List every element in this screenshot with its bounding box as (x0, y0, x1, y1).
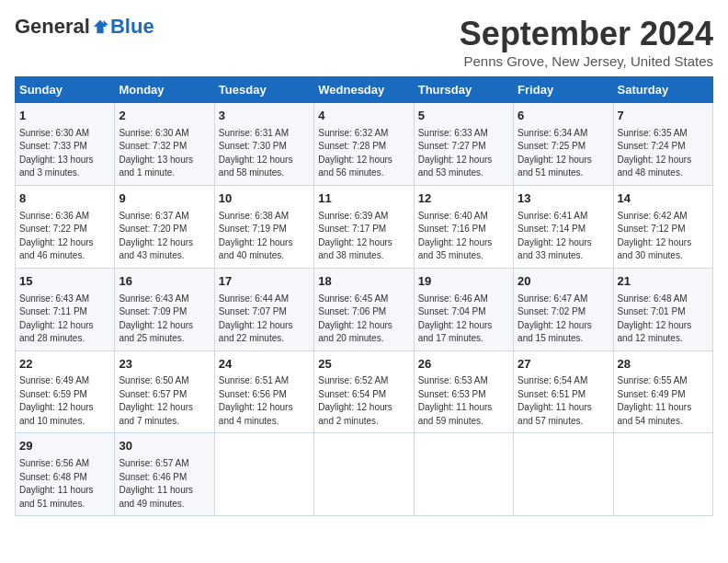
calendar-cell (314, 433, 414, 516)
day-info: Sunrise: 6:44 AMSunset: 7:07 PMDaylight:… (219, 293, 310, 346)
calendar-cell: 8Sunrise: 6:36 AMSunset: 7:22 PMDaylight… (16, 185, 115, 268)
calendar-cell: 14Sunrise: 6:42 AMSunset: 7:12 PMDayligh… (613, 185, 712, 268)
day-number: 6 (518, 108, 609, 125)
day-number: 27 (518, 356, 609, 373)
day-info: Sunrise: 6:42 AMSunset: 7:12 PMDaylight:… (618, 210, 709, 263)
day-info: Sunrise: 6:43 AMSunset: 7:11 PMDaylight:… (19, 293, 110, 346)
day-number: 21 (618, 273, 709, 291)
calendar-table: SundayMondayTuesdayWednesdayThursdayFrid… (15, 76, 713, 516)
calendar-cell: 25Sunrise: 6:52 AMSunset: 6:54 PMDayligh… (314, 350, 414, 433)
calendar-cell: 23Sunrise: 6:50 AMSunset: 6:57 PMDayligh… (115, 350, 214, 433)
calendar-cell: 5Sunrise: 6:33 AMSunset: 7:27 PMDaylight… (414, 103, 513, 186)
weekday-header-monday: Monday (115, 77, 214, 103)
day-info: Sunrise: 6:30 AMSunset: 7:33 PMDaylight:… (19, 127, 110, 180)
day-number: 12 (418, 190, 509, 208)
day-number: 15 (19, 273, 110, 291)
calendar-week-1: 1Sunrise: 6:30 AMSunset: 7:33 PMDaylight… (16, 103, 713, 186)
day-number: 7 (618, 108, 709, 125)
calendar-week-2: 8Sunrise: 6:36 AMSunset: 7:22 PMDaylight… (16, 185, 713, 268)
calendar-cell: 15Sunrise: 6:43 AMSunset: 7:11 PMDayligh… (16, 268, 115, 350)
day-number: 28 (618, 356, 709, 373)
day-number: 26 (418, 356, 509, 373)
day-info: Sunrise: 6:36 AMSunset: 7:22 PMDaylight:… (19, 210, 110, 263)
day-number: 5 (418, 108, 509, 125)
day-info: Sunrise: 6:31 AMSunset: 7:30 PMDaylight:… (219, 127, 310, 180)
day-info: Sunrise: 6:57 AMSunset: 6:46 PMDaylight:… (119, 457, 210, 511)
day-number: 20 (518, 273, 609, 291)
calendar-cell: 7Sunrise: 6:35 AMSunset: 7:24 PMDaylight… (613, 103, 712, 186)
day-info: Sunrise: 6:40 AMSunset: 7:16 PMDaylight:… (418, 210, 509, 263)
day-number: 30 (119, 438, 210, 455)
weekday-header-tuesday: Tuesday (214, 77, 313, 103)
day-info: Sunrise: 6:43 AMSunset: 7:09 PMDaylight:… (119, 293, 210, 346)
day-info: Sunrise: 6:54 AMSunset: 6:51 PMDaylight:… (518, 374, 609, 428)
day-number: 2 (119, 108, 210, 125)
day-info: Sunrise: 6:53 AMSunset: 6:53 PMDaylight:… (418, 374, 509, 428)
calendar-cell (613, 433, 712, 516)
svg-marker-1 (104, 20, 108, 25)
calendar-cell: 1Sunrise: 6:30 AMSunset: 7:33 PMDaylight… (16, 103, 115, 186)
day-info: Sunrise: 6:34 AMSunset: 7:25 PMDaylight:… (518, 127, 609, 180)
weekday-header-sunday: Sunday (16, 77, 115, 103)
day-number: 18 (318, 273, 409, 291)
day-info: Sunrise: 6:45 AMSunset: 7:06 PMDaylight:… (318, 293, 409, 346)
calendar-cell: 18Sunrise: 6:45 AMSunset: 7:06 PMDayligh… (314, 268, 414, 350)
calendar-cell: 19Sunrise: 6:46 AMSunset: 7:04 PMDayligh… (414, 268, 513, 350)
calendar-cell: 11Sunrise: 6:39 AMSunset: 7:17 PMDayligh… (314, 185, 414, 268)
day-number: 23 (119, 356, 210, 373)
calendar-cell: 20Sunrise: 6:47 AMSunset: 7:02 PMDayligh… (514, 268, 613, 350)
day-number: 1 (19, 108, 110, 125)
day-number: 9 (119, 190, 210, 208)
calendar-cell: 29Sunrise: 6:56 AMSunset: 6:48 PMDayligh… (16, 433, 115, 516)
day-info: Sunrise: 6:50 AMSunset: 6:57 PMDaylight:… (119, 374, 210, 428)
calendar-cell: 6Sunrise: 6:34 AMSunset: 7:25 PMDaylight… (514, 103, 613, 186)
day-info: Sunrise: 6:46 AMSunset: 7:04 PMDaylight:… (418, 293, 509, 346)
day-info: Sunrise: 6:32 AMSunset: 7:28 PMDaylight:… (318, 127, 409, 180)
weekday-header-wednesday: Wednesday (314, 77, 414, 103)
calendar-cell: 27Sunrise: 6:54 AMSunset: 6:51 PMDayligh… (514, 350, 613, 433)
logo-icon (92, 18, 108, 35)
month-title: September 2024 (460, 15, 713, 53)
calendar-cell: 16Sunrise: 6:43 AMSunset: 7:09 PMDayligh… (115, 268, 214, 350)
calendar-cell: 17Sunrise: 6:44 AMSunset: 7:07 PMDayligh… (214, 268, 313, 350)
day-number: 22 (19, 356, 110, 373)
logo-blue: Blue (110, 15, 154, 39)
calendar-cell: 2Sunrise: 6:30 AMSunset: 7:32 PMDaylight… (115, 103, 214, 186)
calendar-cell (514, 433, 613, 516)
calendar-cell: 3Sunrise: 6:31 AMSunset: 7:30 PMDaylight… (214, 103, 313, 186)
calendar-cell (414, 433, 513, 516)
calendar-cell: 24Sunrise: 6:51 AMSunset: 6:56 PMDayligh… (214, 350, 313, 433)
day-info: Sunrise: 6:47 AMSunset: 7:02 PMDaylight:… (518, 293, 609, 346)
calendar-cell: 12Sunrise: 6:40 AMSunset: 7:16 PMDayligh… (414, 185, 513, 268)
day-info: Sunrise: 6:55 AMSunset: 6:49 PMDaylight:… (618, 374, 709, 428)
day-number: 29 (19, 438, 110, 455)
calendar-cell: 30Sunrise: 6:57 AMSunset: 6:46 PMDayligh… (115, 433, 214, 516)
day-info: Sunrise: 6:39 AMSunset: 7:17 PMDaylight:… (318, 210, 409, 263)
day-info: Sunrise: 6:35 AMSunset: 7:24 PMDaylight:… (618, 127, 709, 180)
day-info: Sunrise: 6:30 AMSunset: 7:32 PMDaylight:… (119, 127, 210, 180)
day-number: 25 (318, 356, 409, 373)
day-info: Sunrise: 6:38 AMSunset: 7:19 PMDaylight:… (219, 210, 310, 263)
page-header: General Blue September 2024 Penns Grove,… (15, 15, 713, 69)
day-number: 14 (618, 190, 709, 208)
day-info: Sunrise: 6:37 AMSunset: 7:20 PMDaylight:… (119, 210, 210, 263)
calendar-week-3: 15Sunrise: 6:43 AMSunset: 7:11 PMDayligh… (16, 268, 713, 350)
day-number: 10 (219, 190, 310, 208)
day-info: Sunrise: 6:56 AMSunset: 6:48 PMDaylight:… (19, 457, 110, 511)
day-number: 16 (119, 273, 210, 291)
day-info: Sunrise: 6:48 AMSunset: 7:01 PMDaylight:… (618, 293, 709, 346)
day-number: 3 (219, 108, 310, 125)
logo: General Blue (15, 15, 154, 39)
calendar-week-4: 22Sunrise: 6:49 AMSunset: 6:59 PMDayligh… (16, 350, 713, 433)
day-number: 13 (518, 190, 609, 208)
calendar-cell: 21Sunrise: 6:48 AMSunset: 7:01 PMDayligh… (613, 268, 712, 350)
logo-general: General (15, 15, 90, 39)
title-section: September 2024 Penns Grove, New Jersey, … (460, 15, 713, 69)
day-info: Sunrise: 6:51 AMSunset: 6:56 PMDaylight:… (219, 374, 310, 428)
day-info: Sunrise: 6:41 AMSunset: 7:14 PMDaylight:… (518, 210, 609, 263)
weekday-header-thursday: Thursday (414, 77, 513, 103)
calendar-cell: 10Sunrise: 6:38 AMSunset: 7:19 PMDayligh… (214, 185, 313, 268)
day-info: Sunrise: 6:52 AMSunset: 6:54 PMDaylight:… (318, 374, 409, 428)
day-number: 11 (318, 190, 409, 208)
weekday-header-row: SundayMondayTuesdayWednesdayThursdayFrid… (16, 77, 713, 103)
